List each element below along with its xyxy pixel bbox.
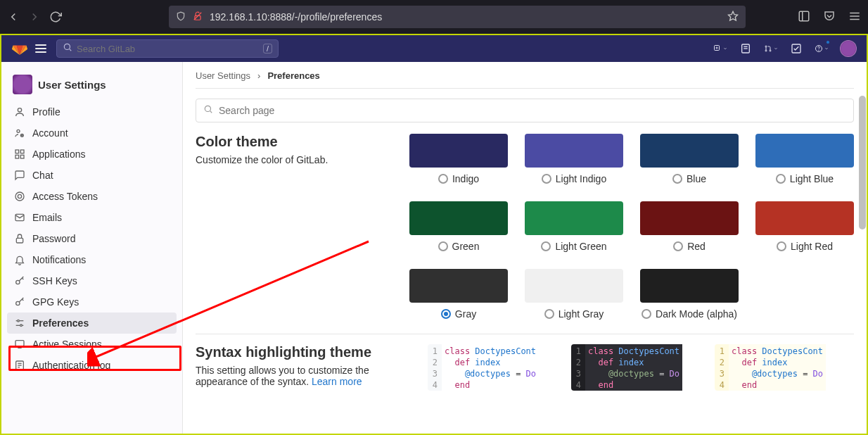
apps-icon: [14, 149, 25, 160]
color-swatch: [525, 134, 623, 168]
section-title: Color theme: [196, 134, 381, 150]
color-swatch: [525, 201, 623, 235]
theme-option-gray[interactable]: Gray: [409, 269, 508, 320]
radio-icon: [777, 241, 786, 251]
theme-label: Light Gray: [559, 308, 604, 320]
log-icon: [14, 360, 25, 371]
sidebar-item-active-sessions[interactable]: Active Sessions: [7, 334, 177, 355]
theme-label: Light Red: [791, 241, 833, 252]
sidebar-heading: User Settings: [7, 70, 177, 101]
account-icon: [14, 127, 25, 139]
menu-icon[interactable]: [848, 10, 861, 25]
svg-point-35: [16, 280, 20, 284]
syntax-sample-dark[interactable]: 1234class DoctypesCont def index @doctyp…: [571, 344, 705, 391]
theme-option-dark-mode-alpha-[interactable]: Dark Mode (alpha): [640, 269, 739, 320]
back-icon[interactable]: [7, 11, 20, 23]
url-text: 192.168.1.10:8888/-/profile/preferences: [210, 11, 382, 23]
sidebar-item-label: Applications: [32, 149, 86, 160]
color-swatch: [640, 134, 739, 168]
theme-option-light-indigo[interactable]: Light Indigo: [525, 134, 623, 184]
sidebar-item-label: Notifications: [32, 254, 86, 265]
user-icon: [14, 106, 25, 118]
create-menu-icon[interactable]: [713, 42, 727, 56]
sidebar-item-notifications[interactable]: Notifications: [7, 249, 177, 270]
theme-option-red[interactable]: Red: [640, 201, 739, 252]
search-icon: [203, 104, 213, 117]
section-title: Syntax highlighting theme: [196, 344, 400, 360]
sidebar-item-password[interactable]: Password: [7, 228, 177, 249]
sidebar-item-account[interactable]: Account: [7, 122, 177, 144]
sidebar-item-label: Chat: [32, 170, 53, 181]
search-icon: [63, 42, 72, 55]
svg-point-17: [765, 50, 767, 51]
monitor-icon: [14, 339, 25, 350]
color-swatch: [409, 269, 508, 303]
url-bar[interactable]: 192.168.1.10:8888/-/profile/preferences: [169, 6, 746, 28]
sidebar-item-ssh-keys[interactable]: SSH Keys: [7, 270, 177, 291]
syntax-sample-light[interactable]: 1234class DoctypesCont def index @doctyp…: [428, 344, 561, 391]
forward-icon[interactable]: [28, 11, 41, 23]
color-swatch: [640, 269, 739, 303]
svg-rect-41: [15, 341, 24, 346]
sidebar-item-authentication-log[interactable]: Authentication log: [7, 355, 177, 376]
scrollbar-thumb[interactable]: [859, 96, 866, 229]
sidebar-item-gpg-keys[interactable]: GPG Keys: [7, 291, 177, 313]
svg-point-48: [205, 106, 210, 111]
sidebar-item-emails[interactable]: Emails: [7, 207, 177, 228]
sidebar-item-label: GPG Keys: [32, 296, 79, 308]
theme-option-light-blue[interactable]: Light Blue: [755, 134, 854, 184]
svg-line-49: [210, 111, 212, 113]
breadcrumb-root[interactable]: User Settings: [196, 70, 250, 81]
top-bar: /: [0, 34, 868, 62]
scrollbar-track[interactable]: [858, 62, 867, 434]
svg-point-36: [16, 301, 20, 305]
radio-icon: [672, 174, 682, 184]
chevron-right-icon: ›: [257, 70, 260, 81]
issues-icon[interactable]: [739, 42, 753, 56]
sidebar-item-label: Authentication log: [32, 360, 110, 371]
sidebar-item-preferences[interactable]: Preferences: [7, 313, 177, 334]
sidebar-item-profile[interactable]: Profile: [7, 101, 177, 122]
bookmark-star-icon[interactable]: [727, 11, 739, 24]
theme-option-light-green[interactable]: Light Green: [525, 201, 623, 252]
user-avatar-icon: [13, 75, 32, 94]
shield-icon: [176, 11, 186, 23]
global-search-input[interactable]: [77, 44, 259, 54]
sidebar-item-applications[interactable]: Applications: [7, 144, 177, 165]
theme-option-light-red[interactable]: Light Red: [755, 201, 854, 252]
color-swatch: [409, 201, 508, 235]
svg-point-8: [64, 44, 70, 49]
page-search[interactable]: [196, 99, 854, 122]
global-search[interactable]: /: [56, 39, 279, 58]
syntax-theme-section: Syntax highlighting theme This setting a…: [196, 344, 854, 391]
mail-icon: [14, 212, 25, 223]
svg-point-39: [18, 320, 20, 322]
gitlab-logo-icon[interactable]: [11, 40, 28, 57]
merge-requests-icon[interactable]: [764, 42, 778, 56]
theme-label: Dark Mode (alpha): [656, 308, 737, 320]
reload-icon[interactable]: [49, 11, 62, 23]
sidebar-item-access-tokens[interactable]: Access Tokens: [7, 186, 177, 207]
color-swatch: [755, 134, 854, 168]
sidebar-item-chat[interactable]: Chat: [7, 165, 177, 186]
page-search-input[interactable]: [219, 105, 846, 116]
help-icon[interactable]: [815, 42, 829, 56]
syntax-sample-yellow[interactable]: 1234class DoctypesCont def index @doctyp…: [715, 344, 848, 391]
theme-option-indigo[interactable]: Indigo: [409, 134, 508, 184]
avatar[interactable]: [840, 40, 857, 57]
sidebar-toggle-icon[interactable]: [35, 42, 49, 56]
syntax-samples: 1234class DoctypesCont def index @doctyp…: [428, 344, 848, 391]
svg-point-21: [819, 50, 819, 51]
reader-icon[interactable]: [798, 10, 810, 25]
learn-more-link[interactable]: Learn more: [312, 376, 362, 387]
todos-icon[interactable]: [789, 42, 803, 56]
theme-option-blue[interactable]: Blue: [640, 134, 739, 184]
theme-option-green[interactable]: Green: [409, 201, 508, 252]
svg-rect-30: [20, 155, 24, 158]
pocket-icon[interactable]: [823, 10, 836, 25]
radio-icon: [673, 241, 683, 251]
svg-point-32: [18, 194, 21, 198]
theme-option-light-gray[interactable]: Light Gray: [525, 269, 623, 320]
color-swatch: [409, 134, 508, 168]
theme-label: Light Green: [555, 241, 606, 252]
